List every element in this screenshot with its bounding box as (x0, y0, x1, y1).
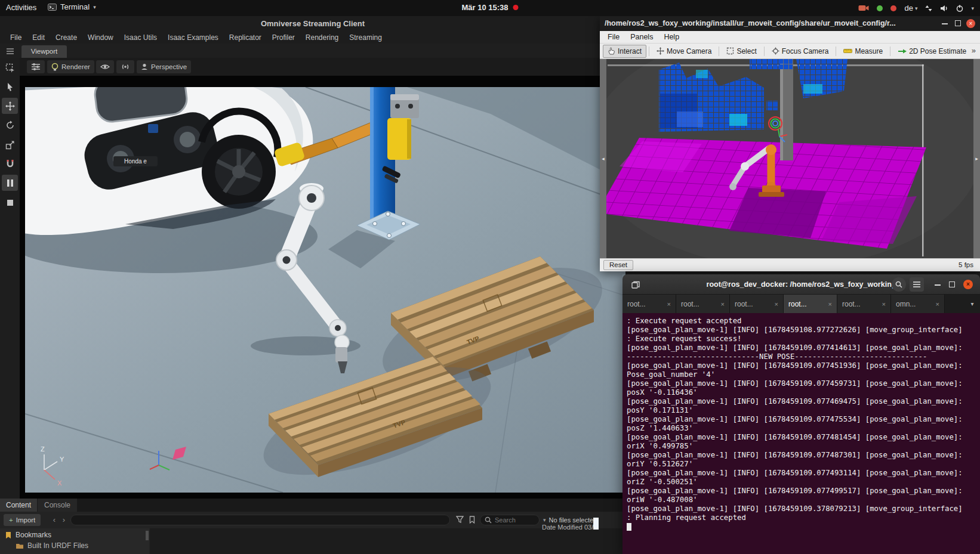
terminal-tab-active[interactable]: root...× (784, 295, 837, 313)
minimize-button[interactable] (942, 23, 948, 24)
search-input[interactable] (495, 516, 529, 524)
snap-tool[interactable] (2, 156, 18, 172)
tab-viewport[interactable]: Viewport (21, 45, 67, 58)
dock-menu-icon[interactable] (6, 48, 14, 55)
menu-window[interactable]: Window (82, 32, 119, 44)
tree-scrollbar[interactable] (146, 531, 149, 540)
forward-button[interactable]: › (60, 514, 68, 526)
menu-rendering[interactable]: Rendering (300, 32, 344, 44)
car-model[interactable]: Honda e (25, 87, 318, 273)
terminal-line: posX '-0.116436' (627, 388, 980, 397)
terminal-output[interactable]: : Execute request accepted [pose_goal_pl… (622, 313, 980, 554)
reset-button[interactable]: Reset (603, 260, 633, 270)
bookmark-flag-icon[interactable] (469, 516, 475, 524)
terminal-tab[interactable]: root...× (676, 295, 730, 313)
stop-button[interactable] (2, 194, 18, 211)
close-button[interactable]: × (963, 280, 973, 289)
menu-isaac-examples[interactable]: Isaac Examples (162, 32, 224, 44)
terminal-line: [pose_goal_plan_move-1] [INFO] [16784591… (627, 487, 980, 496)
terminal-tab[interactable]: root...× (622, 295, 676, 313)
cursor-tool[interactable] (2, 79, 18, 95)
rotate-tool[interactable] (2, 117, 18, 133)
terminal-header[interactable]: root@ros_dev_docker: /home/ros2_ws_foxy_… (622, 274, 980, 295)
tool-measure[interactable]: Measure (839, 45, 887, 58)
menu-profiler[interactable]: Profiler (267, 32, 300, 44)
maximize-button[interactable] (955, 20, 961, 26)
menu-isaac-utils[interactable]: Isaac Utils (119, 32, 162, 44)
renderer-button[interactable]: Renderer (47, 60, 94, 73)
menu-help[interactable]: Help (658, 32, 685, 42)
terminal-tab[interactable]: omn...× (891, 295, 945, 313)
clock[interactable]: Mär 10 15:38 (461, 3, 518, 12)
close-icon[interactable]: × (775, 301, 778, 308)
tool-interact[interactable]: Interact (603, 45, 646, 58)
search-field[interactable] (480, 515, 540, 525)
close-icon[interactable]: × (882, 301, 886, 308)
filter-icon[interactable] (456, 516, 464, 523)
close-icon[interactable]: × (721, 301, 725, 308)
keyboard-layout[interactable]: de▾ (904, 4, 917, 13)
isaac-3d-scene[interactable]: Honda e (25, 87, 625, 493)
menu-replicator[interactable]: Replicator (224, 32, 267, 44)
menu-panels[interactable]: Panels (625, 32, 658, 42)
sliders-icon (31, 63, 41, 71)
terminal-tab[interactable]: root...× (837, 295, 891, 313)
menu-file[interactable]: File (602, 32, 625, 42)
tool-select[interactable]: Select (722, 45, 761, 58)
import-button[interactable]: + Import (4, 514, 41, 526)
displays-panel-collapsed[interactable]: ◂ (600, 59, 606, 258)
terminal-tab[interactable]: root...× (730, 295, 784, 313)
camera-select-button[interactable]: Perspective (137, 60, 191, 73)
selection-status[interactable]: ▾ No files selecte (543, 516, 593, 524)
select-box-icon (726, 47, 734, 55)
visibility-button[interactable] (96, 60, 114, 73)
minimize-button[interactable] (935, 284, 941, 286)
rviz-3d-view[interactable] (606, 59, 973, 258)
close-button[interactable]: × (966, 19, 975, 28)
recording-dot-icon (513, 5, 519, 10)
tab-list-dropdown[interactable]: ▾ (964, 295, 980, 313)
maximize-button[interactable] (949, 281, 955, 287)
status-area[interactable]: de▾ ▾ (858, 0, 974, 16)
toolbar-overflow-button[interactable]: » (972, 46, 976, 55)
menu-streaming[interactable]: Streaming (344, 32, 387, 44)
tree-item-urdf-files[interactable]: Built In URDF Files (16, 541, 88, 550)
path-field[interactable] (70, 515, 450, 525)
tool-move-camera[interactable]: Move Camera (652, 45, 716, 58)
sort-label[interactable]: Date Modified 03/ (542, 524, 593, 531)
back-button[interactable]: ‹ (50, 514, 58, 526)
new-tab-button[interactable] (628, 277, 643, 292)
move-tool[interactable] (2, 98, 18, 114)
tool-focus-camera[interactable]: Focus Camera (767, 45, 834, 58)
tool-2d-pose-estimate[interactable]: 2D Pose Estimate (893, 45, 971, 58)
pause-button[interactable] (2, 175, 18, 191)
views-panel-collapsed[interactable]: ▸ (973, 59, 980, 258)
close-icon[interactable]: × (828, 301, 832, 308)
streaming-signal-button[interactable] (116, 60, 134, 73)
menu-button[interactable] (910, 277, 924, 292)
terminal-line: oriX '0.499785' (627, 442, 980, 451)
terminal-tabbar: root...× root...× root...× root...× root… (622, 295, 980, 313)
clock-label: Mär 10 15:38 (461, 3, 508, 12)
scale-tool[interactable] (2, 137, 18, 153)
close-icon[interactable]: × (936, 301, 939, 308)
tree-item-bookmarks[interactable]: Bookmarks (5, 531, 51, 539)
menu-file[interactable]: File (5, 32, 27, 44)
menu-create[interactable]: Create (50, 32, 82, 44)
viewport-settings-button[interactable] (27, 60, 45, 73)
search-button[interactable] (892, 277, 906, 292)
select-region-tool[interactable] (2, 60, 18, 76)
activities-button[interactable]: Activities (6, 3, 36, 12)
menu-edit[interactable]: Edit (27, 32, 50, 44)
tab-console[interactable]: Console (38, 499, 77, 512)
app-menu[interactable]: Terminal ▾ (48, 2, 96, 11)
rviz-titlebar[interactable]: /home/ros2_ws_foxy_working/install/ur_mo… (600, 16, 980, 31)
viewport-3d[interactable]: Honda e (20, 76, 625, 499)
viewport-toolbar: Renderer Perspective (20, 58, 625, 76)
terminal-line: Pose_goal_number '4' (627, 370, 980, 379)
tab-content[interactable]: Content (0, 499, 37, 512)
app-menu-label: Terminal (60, 2, 90, 11)
terminal-cursor (627, 523, 631, 531)
close-icon[interactable]: × (667, 301, 671, 308)
terminal-line: [pose_goal_plan_move-1] [INFO] [16784591… (627, 505, 980, 513)
